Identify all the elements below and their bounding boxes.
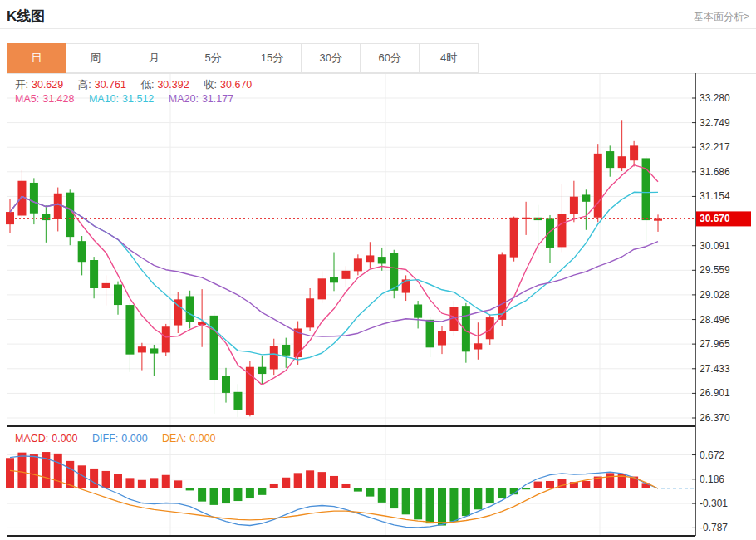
price-tick-label: 27.965 bbox=[700, 338, 730, 350]
candle[interactable] bbox=[282, 345, 290, 356]
tab-15min[interactable]: 15分 bbox=[243, 43, 302, 73]
candle[interactable] bbox=[222, 376, 230, 393]
candle[interactable] bbox=[210, 316, 218, 380]
macd-tick-label: -0.787 bbox=[700, 522, 728, 533]
price-tick-label: 32.749 bbox=[700, 117, 730, 129]
candle[interactable] bbox=[510, 218, 518, 258]
macd-bar bbox=[449, 488, 458, 522]
macd-bar bbox=[90, 469, 98, 488]
macd-bar bbox=[102, 471, 110, 488]
candle[interactable] bbox=[30, 183, 38, 214]
high-label: 高: bbox=[78, 79, 91, 91]
candle[interactable] bbox=[66, 193, 74, 237]
tab-5min[interactable]: 5分 bbox=[184, 43, 243, 73]
candle[interactable] bbox=[318, 278, 326, 299]
candle[interactable] bbox=[582, 194, 590, 201]
price-tick-label: 29.559 bbox=[700, 264, 730, 276]
macd-bar bbox=[378, 488, 386, 503]
diff-value: 0.000 bbox=[121, 433, 147, 444]
candle[interactable] bbox=[42, 214, 50, 220]
macd-bar bbox=[54, 454, 62, 488]
candle[interactable] bbox=[594, 154, 602, 218]
macd-bar bbox=[582, 481, 590, 488]
dea-label: DEA: bbox=[162, 433, 186, 444]
candle[interactable] bbox=[233, 392, 242, 410]
candle[interactable] bbox=[606, 151, 614, 168]
candle[interactable] bbox=[390, 253, 398, 291]
candle[interactable] bbox=[162, 326, 170, 352]
candle[interactable] bbox=[102, 283, 110, 288]
ma10-value: 31.512 bbox=[122, 93, 154, 105]
close-value: 30.670 bbox=[220, 79, 252, 91]
macd-bar bbox=[162, 475, 170, 488]
candle[interactable] bbox=[546, 218, 554, 248]
candle[interactable] bbox=[54, 194, 62, 219]
low-label: 低: bbox=[140, 79, 154, 91]
macd-bar bbox=[306, 470, 314, 488]
candle[interactable] bbox=[78, 241, 86, 262]
tab-day[interactable]: 日 bbox=[7, 43, 66, 73]
ma-readout: MA5:31.428 MA10:31.512 MA20:31.177 bbox=[15, 93, 237, 105]
diff-label: DIFF: bbox=[92, 433, 118, 444]
ma5-label: MA5: bbox=[15, 93, 39, 105]
macd-bar bbox=[186, 488, 194, 490]
candle[interactable] bbox=[306, 298, 314, 327]
candle[interactable] bbox=[138, 346, 146, 352]
candle[interactable] bbox=[426, 320, 434, 347]
price-tick-label: 31.686 bbox=[700, 166, 730, 178]
macd-bar bbox=[270, 484, 278, 488]
macd-bar bbox=[606, 473, 614, 488]
candle[interactable] bbox=[114, 285, 122, 306]
candle[interactable] bbox=[186, 296, 194, 322]
candle[interactable] bbox=[150, 348, 158, 353]
candle[interactable] bbox=[438, 331, 446, 345]
candle[interactable] bbox=[570, 197, 578, 214]
candle[interactable] bbox=[630, 145, 638, 160]
tab-week[interactable]: 周 bbox=[66, 43, 125, 73]
macd-bar bbox=[150, 478, 158, 488]
macd-bar bbox=[498, 488, 506, 498]
open-label: 开: bbox=[15, 79, 28, 91]
price-tick-label: 28.496 bbox=[700, 314, 730, 326]
candle[interactable] bbox=[258, 367, 266, 374]
candle[interactable] bbox=[270, 346, 278, 370]
price-tick-label: 27.433 bbox=[700, 363, 730, 375]
current-price-label: 30.670 bbox=[700, 213, 730, 224]
candle[interactable] bbox=[341, 271, 350, 279]
macd-bar bbox=[17, 453, 26, 488]
macd-bar bbox=[125, 478, 134, 488]
macd-bar bbox=[233, 488, 242, 501]
fundamental-analysis-link[interactable]: 基本面分析> bbox=[694, 10, 749, 24]
tab-month[interactable]: 月 bbox=[125, 43, 184, 73]
candle[interactable] bbox=[378, 257, 386, 263]
candle[interactable] bbox=[486, 317, 494, 339]
candle[interactable] bbox=[414, 304, 422, 317]
candle[interactable] bbox=[474, 343, 482, 349]
tab-30min[interactable]: 30分 bbox=[302, 43, 361, 73]
candle[interactable] bbox=[402, 279, 410, 292]
period-tabbar: 日 周 月 5分 15分 30分 60分 4时 bbox=[7, 43, 479, 73]
header-divider bbox=[0, 28, 756, 29]
diff-line bbox=[10, 456, 658, 528]
high-value: 30.761 bbox=[95, 79, 126, 91]
candle[interactable] bbox=[125, 305, 134, 355]
macd-bar bbox=[174, 480, 182, 488]
open-value: 30.629 bbox=[32, 79, 63, 91]
candle[interactable] bbox=[618, 156, 626, 168]
candle[interactable] bbox=[366, 255, 374, 262]
price-tick-label: 26.901 bbox=[700, 387, 730, 399]
candle[interactable] bbox=[330, 277, 338, 283]
macd-bar bbox=[522, 488, 530, 489]
tab-4hour[interactable]: 4时 bbox=[420, 43, 479, 73]
macd-bar bbox=[462, 488, 470, 516]
candle[interactable] bbox=[462, 306, 470, 351]
candle[interactable] bbox=[354, 258, 362, 271]
macd-bar bbox=[246, 488, 254, 498]
candle[interactable] bbox=[90, 260, 98, 288]
macd-readout: MACD:0.000 DIFF:0.000 DEA:0.000 bbox=[15, 433, 219, 444]
tab-60min[interactable]: 60分 bbox=[361, 43, 420, 73]
macd-bar bbox=[534, 482, 542, 488]
macd-bar bbox=[486, 488, 494, 503]
price-tick-label: 29.028 bbox=[700, 289, 730, 301]
macd-bar bbox=[341, 484, 350, 488]
